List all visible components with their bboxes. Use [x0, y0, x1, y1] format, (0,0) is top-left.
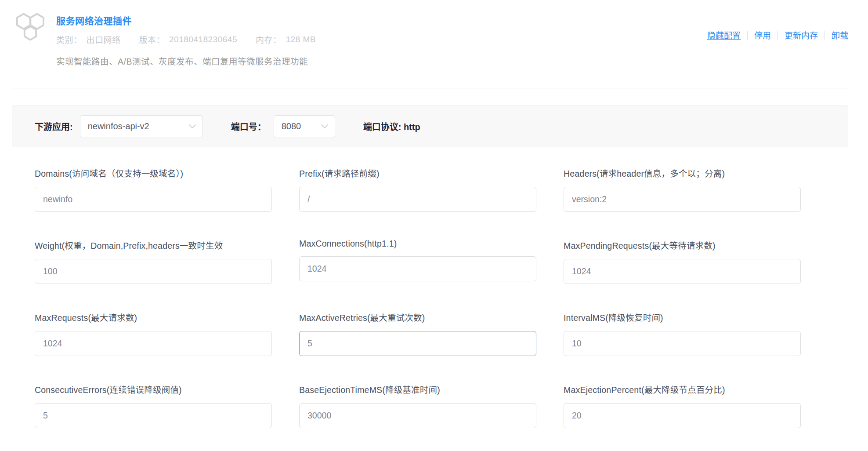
- action-separator: [778, 31, 778, 40]
- action-separator: [747, 31, 748, 40]
- downstream-app-select[interactable]: newinfos-api-v2: [80, 115, 203, 138]
- meta-category: 类别： 出口网络: [56, 33, 121, 45]
- field-max-pending-requests: MaxPendingRequests(最大等待请求数): [564, 239, 801, 284]
- field-prefix: Prefix(请求路径前缀): [299, 167, 536, 212]
- field-max-ejection-percent-input[interactable]: [564, 403, 801, 428]
- downstream-app-select-value: newinfos-api-v2: [88, 121, 149, 131]
- meta-memory: 内存： 128 MB: [256, 33, 316, 45]
- meta-memory-value: 128 MB: [286, 35, 316, 44]
- field-max-connections: MaxConnections(http1.1): [299, 239, 536, 284]
- field-interval-ms-label: IntervalMS(降级恢复时间): [564, 311, 801, 324]
- config-form: Domains(访问域名（仅支持一级域名）) Prefix(请求路径前缀) He…: [12, 147, 848, 451]
- field-interval-ms: IntervalMS(降级恢复时间): [564, 311, 801, 356]
- field-max-requests-label: MaxRequests(最大请求数): [35, 311, 272, 324]
- downstream-app-label: 下游应用:: [35, 120, 73, 133]
- field-max-active-retries-input[interactable]: [299, 331, 536, 356]
- field-consecutive-errors-label: ConsecutiveErrors(连续错误降级阀值): [35, 383, 272, 396]
- field-consecutive-errors: ConsecutiveErrors(连续错误降级阀值): [35, 383, 272, 428]
- field-consecutive-errors-input[interactable]: [35, 403, 272, 428]
- field-max-requests-input[interactable]: [35, 331, 272, 356]
- meta-category-value: 出口网络: [87, 33, 121, 45]
- meta-version: 版本： 20180418230645: [139, 33, 237, 45]
- field-base-ejection-time-label: BaseEjectionTimeMS(降级基准时间): [299, 383, 536, 396]
- field-max-requests: MaxRequests(最大请求数): [35, 311, 272, 356]
- plugin-header: 服务网络治理插件 类别： 出口网络 版本： 20180418230645 内存：…: [12, 0, 848, 88]
- update-memory-link[interactable]: 更新内存: [785, 29, 818, 41]
- meta-memory-label: 内存：: [256, 33, 282, 45]
- field-weight-label: Weight(权重，Domain,Prefix,headers一致时生效: [35, 239, 272, 251]
- field-max-pending-requests-label: MaxPendingRequests(最大等待请求数): [564, 239, 801, 251]
- field-domains: Domains(访问域名（仅支持一级域名）): [35, 167, 272, 212]
- field-base-ejection-time-input[interactable]: [299, 403, 536, 428]
- header-divider: [12, 88, 848, 88]
- port-select[interactable]: 8080: [274, 115, 335, 138]
- uninstall-plugin-link[interactable]: 卸载: [832, 29, 848, 41]
- field-domains-label: Domains(访问域名（仅支持一级域名）): [35, 167, 272, 179]
- action-separator: [825, 31, 825, 40]
- disable-plugin-link[interactable]: 停用: [754, 29, 771, 41]
- field-domains-input[interactable]: [35, 187, 272, 212]
- field-max-ejection-percent: MaxEjectionPercent(最大降级节点百分比): [564, 383, 801, 428]
- port-protocol-text: 端口协议: http: [363, 120, 420, 133]
- port-label: 端口号：: [231, 120, 266, 133]
- field-max-active-retries-label: MaxActiveRetries(最大重试次数): [299, 311, 536, 324]
- field-max-active-retries: MaxActiveRetries(最大重试次数): [299, 311, 536, 356]
- meta-category-label: 类别：: [56, 33, 82, 45]
- field-weight-input[interactable]: [35, 259, 272, 284]
- meta-version-value: 20180418230645: [169, 35, 237, 44]
- field-headers-input[interactable]: [564, 187, 801, 212]
- field-prefix-input[interactable]: [299, 187, 536, 212]
- plugin-logo-hexagon-icon: [13, 9, 48, 46]
- field-max-ejection-percent-label: MaxEjectionPercent(最大降级节点百分比): [564, 383, 801, 396]
- field-headers-label: Headers(请求header信息，多个以；分离): [564, 167, 801, 179]
- field-max-connections-label: MaxConnections(http1.1): [299, 239, 536, 249]
- field-max-pending-requests-input[interactable]: [564, 259, 801, 284]
- plugin-title-link[interactable]: 服务网络治理插件: [56, 8, 132, 27]
- field-max-connections-input[interactable]: [299, 256, 536, 281]
- field-base-ejection-time: BaseEjectionTimeMS(降级基准时间): [299, 383, 536, 428]
- page: 服务网络治理插件 类别： 出口网络 版本： 20180418230645 内存：…: [12, 0, 848, 451]
- field-weight: Weight(权重，Domain,Prefix,headers一致时生效: [35, 239, 272, 284]
- field-headers: Headers(请求header信息，多个以；分离): [564, 167, 801, 212]
- hide-config-link[interactable]: 隐藏配置: [707, 29, 741, 41]
- field-prefix-label: Prefix(请求路径前缀): [299, 167, 536, 179]
- meta-version-label: 版本：: [139, 33, 165, 45]
- port-select-value: 8080: [282, 121, 301, 131]
- panel-toolbar: 下游应用: newinfos-api-v2 端口号： 8080 端口协议: ht…: [12, 106, 848, 147]
- chevron-down-icon: [188, 124, 196, 129]
- chevron-down-icon: [321, 124, 329, 129]
- header-actions: 隐藏配置 停用 更新内存 卸载: [707, 29, 848, 41]
- plugin-description: 实现智能路由、A/B测试、灰度发布、端口复用等微服务治理功能: [56, 55, 848, 67]
- field-interval-ms-input[interactable]: [564, 331, 801, 356]
- config-panel: 下游应用: newinfos-api-v2 端口号： 8080 端口协议: ht…: [12, 105, 848, 451]
